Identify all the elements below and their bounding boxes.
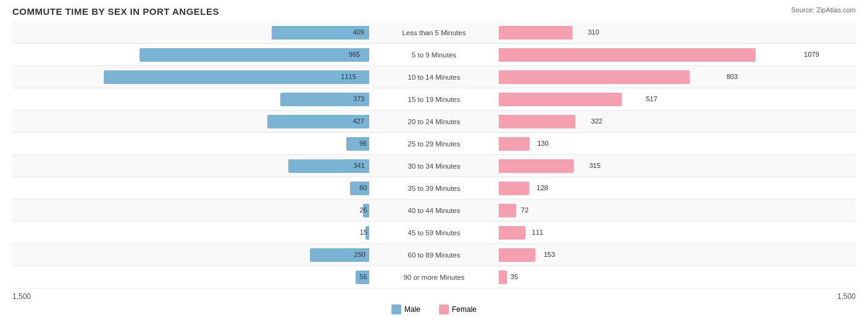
female-value: 72 bbox=[521, 206, 528, 214]
bar-label: 5 to 9 Minutes bbox=[372, 51, 496, 59]
bar-row: 250 153 60 to 89 Minutes bbox=[12, 244, 856, 266]
male-value: 15 bbox=[360, 229, 367, 236]
left-side: 80 bbox=[12, 177, 434, 199]
female-value: 315 bbox=[589, 162, 600, 169]
bar-female bbox=[499, 137, 530, 151]
female-value: 1079 bbox=[804, 51, 819, 58]
male-value: 373 bbox=[353, 95, 364, 103]
bar-row: 15 111 45 to 59 Minutes bbox=[12, 222, 856, 244]
axis-left: 1,500 bbox=[12, 292, 31, 301]
right-side: 130 bbox=[434, 133, 856, 154]
right-side: 803 bbox=[434, 66, 856, 88]
male-value: 96 bbox=[359, 140, 367, 147]
bar-female bbox=[499, 115, 575, 128]
right-side: 517 bbox=[434, 88, 856, 110]
right-side: 310 bbox=[434, 22, 856, 43]
male-value: 341 bbox=[353, 162, 364, 169]
bar-label: 40 to 44 Minutes bbox=[372, 207, 496, 214]
left-side: 96 bbox=[12, 133, 434, 154]
female-value: 128 bbox=[536, 184, 548, 191]
left-side: 15 bbox=[12, 222, 434, 243]
left-side: 26 bbox=[12, 199, 434, 221]
male-value: 26 bbox=[360, 206, 367, 214]
bar-label: Less than 5 Minutes bbox=[372, 29, 496, 36]
left-side: 56 bbox=[12, 266, 434, 288]
bar-female bbox=[499, 248, 535, 262]
legend-male: Male bbox=[391, 304, 420, 314]
female-value: 35 bbox=[511, 273, 518, 280]
left-side: 965 bbox=[12, 44, 434, 65]
axis-right: 1,500 bbox=[837, 292, 856, 301]
female-value: 111 bbox=[532, 229, 543, 236]
right-side: 322 bbox=[434, 111, 856, 132]
bar-row: 427 322 20 to 24 Minutes bbox=[12, 111, 856, 133]
bar-label: 20 to 24 Minutes bbox=[372, 118, 496, 125]
right-side: 128 bbox=[434, 177, 856, 199]
bar-female bbox=[499, 26, 572, 40]
left-side: 1115 bbox=[12, 66, 434, 88]
legend-male-label: Male bbox=[404, 305, 420, 314]
bar-row: 341 315 30 to 34 Minutes bbox=[12, 155, 856, 177]
male-value: 427 bbox=[353, 117, 364, 125]
left-side: 341 bbox=[12, 155, 434, 177]
bar-label: 45 to 59 Minutes bbox=[372, 229, 496, 237]
legend-male-box bbox=[391, 304, 401, 314]
legend: Male Female bbox=[12, 304, 856, 314]
female-value: 517 bbox=[646, 95, 657, 103]
bar-female bbox=[499, 159, 574, 173]
bar-label: 60 to 89 Minutes bbox=[372, 251, 496, 259]
chart-title: COMMUTE TIME BY SEX IN PORT ANGELES bbox=[12, 6, 856, 17]
male-value: 1115 bbox=[341, 73, 356, 80]
chart-inner: 409 310 Less than 5 Minutes 965 1079 5 t… bbox=[12, 22, 856, 288]
bar-male bbox=[104, 70, 369, 84]
right-side: 111 bbox=[434, 222, 856, 243]
bar-label: 30 to 34 Minutes bbox=[372, 162, 496, 170]
female-value: 322 bbox=[591, 117, 603, 125]
chart-container: COMMUTE TIME BY SEX IN PORT ANGELES Sour… bbox=[0, 0, 868, 323]
female-value: 130 bbox=[537, 140, 548, 147]
legend-female-box bbox=[439, 304, 449, 314]
female-value: 803 bbox=[727, 73, 738, 80]
female-value: 310 bbox=[588, 28, 599, 36]
bar-female bbox=[499, 93, 622, 106]
right-side: 315 bbox=[434, 155, 856, 177]
bar-label: 15 to 19 Minutes bbox=[372, 96, 496, 103]
bar-female bbox=[499, 48, 756, 62]
male-value: 80 bbox=[359, 184, 367, 191]
bar-row: 373 517 15 to 19 Minutes bbox=[12, 88, 856, 111]
bar-label: 35 to 39 Minutes bbox=[372, 185, 496, 192]
male-value: 250 bbox=[354, 251, 365, 258]
bar-label: 90 or more Minutes bbox=[372, 274, 496, 281]
bar-row: 1115 803 10 to 14 Minutes bbox=[12, 66, 856, 88]
bar-row: 965 1079 5 to 9 Minutes bbox=[12, 44, 856, 66]
right-side: 153 bbox=[434, 244, 856, 266]
bar-label: 10 to 14 Minutes bbox=[372, 73, 496, 81]
female-value: 153 bbox=[544, 251, 555, 258]
right-side: 72 bbox=[434, 199, 856, 221]
bar-row: 409 310 Less than 5 Minutes bbox=[12, 22, 856, 44]
bar-label: 25 to 29 Minutes bbox=[372, 140, 496, 148]
bar-row: 26 72 40 to 44 Minutes bbox=[12, 199, 856, 222]
right-side: 1079 bbox=[434, 44, 856, 65]
left-side: 250 bbox=[12, 244, 434, 266]
legend-female-label: Female bbox=[452, 305, 477, 314]
bar-female bbox=[499, 70, 690, 84]
male-value: 56 bbox=[359, 273, 367, 280]
bar-row: 96 130 25 to 29 Minutes bbox=[12, 133, 856, 155]
bar-row: 80 128 35 to 39 Minutes bbox=[12, 177, 856, 199]
male-value: 409 bbox=[353, 28, 364, 36]
bar-female bbox=[499, 204, 516, 217]
left-side: 409 bbox=[12, 22, 434, 43]
male-value: 965 bbox=[349, 51, 360, 58]
bar-row: 56 35 90 or more Minutes bbox=[12, 266, 856, 288]
bar-female bbox=[499, 182, 529, 195]
source-text: Source: ZipAtlas.com bbox=[791, 6, 856, 14]
axis-labels: 1,500 1,500 bbox=[12, 292, 856, 301]
left-side: 373 bbox=[12, 88, 434, 110]
bar-female bbox=[499, 271, 507, 284]
bar-male bbox=[140, 48, 369, 62]
legend-female: Female bbox=[439, 304, 477, 314]
right-side: 35 bbox=[434, 266, 856, 288]
left-side: 427 bbox=[12, 111, 434, 132]
bar-female bbox=[499, 226, 525, 240]
